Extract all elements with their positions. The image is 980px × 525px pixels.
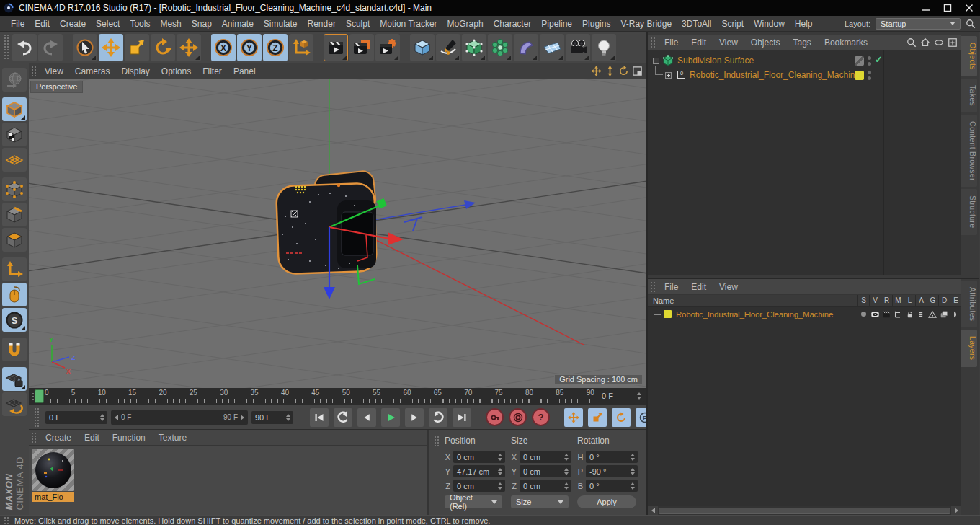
material-menu-function[interactable]: Function	[106, 433, 152, 443]
menu-v-ray-bridge[interactable]: V-Ray Bridge	[615, 19, 677, 29]
rotation-b-field[interactable]: B0 °	[577, 480, 643, 492]
menu-animate[interactable]: Animate	[217, 19, 259, 29]
deformer-button[interactable]	[514, 34, 538, 61]
points-mode-button[interactable]	[2, 177, 27, 201]
key-position-toggle[interactable]	[564, 408, 583, 427]
layer-manager-handle[interactable]	[650, 281, 656, 292]
scale-tool-button[interactable]	[125, 34, 149, 61]
viewport-menu-options[interactable]: Options	[156, 66, 197, 76]
menu-tools[interactable]: Tools	[125, 19, 155, 29]
current-frame-field[interactable]: 0 F	[598, 389, 644, 402]
timeline-playhead[interactable]	[35, 389, 44, 403]
viewport-menu-view[interactable]: View	[39, 66, 69, 76]
table-row-robotic-machine[interactable]: Robotic_Industrial_Floor_Cleaning_Machin…	[648, 307, 961, 321]
workplane-mode-button[interactable]	[2, 148, 27, 172]
coords-handle[interactable]	[434, 436, 440, 446]
material-item[interactable]: mat_Flo	[32, 449, 74, 502]
menu-select[interactable]: Select	[91, 19, 125, 29]
add-panel-icon[interactable]	[948, 38, 958, 48]
expressions-toggle[interactable]	[950, 310, 961, 319]
close-button[interactable]	[958, 0, 980, 16]
tab-content-browser[interactable]: Content Browser	[961, 115, 977, 188]
column-header-d[interactable]: D	[938, 295, 950, 306]
menu-mesh[interactable]: Mesh	[155, 19, 186, 29]
rotation-p-field[interactable]: P-90 °	[577, 465, 643, 477]
keyframe-selection-button[interactable]: ?	[532, 408, 550, 426]
animbar-handle[interactable]	[34, 407, 40, 427]
menu-snap[interactable]: Snap	[187, 19, 217, 29]
render-visibility-toggle[interactable]	[855, 56, 864, 66]
search-icon[interactable]	[966, 19, 976, 29]
menu-3dtoall[interactable]: 3DToAll	[677, 19, 716, 29]
object-tree[interactable]: Subdivision Surface ✓ 0 Robotic_Industri…	[648, 50, 961, 275]
status-handle[interactable]	[4, 516, 9, 524]
goto-start-button[interactable]	[310, 408, 329, 427]
maximize-button[interactable]	[937, 0, 958, 16]
coordinate-mode-dropdown[interactable]: Object (Rel)	[445, 495, 502, 508]
eye-icon[interactable]	[934, 38, 944, 48]
texture-mode-button[interactable]	[2, 123, 27, 146]
play-button[interactable]	[381, 408, 400, 427]
make-editable-button[interactable]	[2, 68, 27, 92]
viewport-menu-handle[interactable]	[31, 66, 37, 76]
material-menu-handle[interactable]	[31, 432, 37, 443]
rotate-view-icon[interactable]	[618, 66, 629, 76]
camera-button[interactable]	[566, 34, 590, 61]
visibility-dots[interactable]	[868, 71, 871, 80]
y-axis-lock-button[interactable]: Y	[237, 34, 262, 61]
record-keyframe-button[interactable]	[486, 408, 504, 426]
animation-toggle[interactable]	[915, 310, 927, 319]
generators-toggle[interactable]	[927, 310, 938, 319]
search-icon[interactable]	[906, 38, 917, 48]
layer-color-chip[interactable]	[664, 310, 672, 318]
zoom-view-icon[interactable]	[605, 66, 615, 76]
mograph-cloner-button[interactable]	[488, 34, 512, 61]
scrollbar-thumb[interactable]	[659, 508, 950, 514]
material-menu-texture[interactable]: Texture	[152, 433, 193, 443]
model-mode-button[interactable]	[2, 97, 27, 121]
anim-end-field[interactable]: 90 F	[251, 411, 293, 424]
tab-objects[interactable]: Objects	[961, 36, 977, 76]
next-frame-button[interactable]	[405, 408, 424, 427]
rotate-tool-button[interactable]	[151, 34, 175, 61]
menu-motion-tracker[interactable]: Motion Tracker	[375, 19, 442, 29]
viewport-menu-display[interactable]: Display	[115, 66, 155, 76]
material-name[interactable]: mat_Flo	[32, 492, 74, 502]
tab-takes[interactable]: Takes	[961, 79, 977, 112]
z-axis-lock-button[interactable]: Z	[263, 34, 288, 61]
frame-range-slider[interactable]: 0 F 90 F	[111, 410, 248, 425]
toolbar-drag-handle[interactable]	[4, 34, 9, 61]
menu-file[interactable]: File	[6, 19, 30, 29]
viewport-menu-filter[interactable]: Filter	[197, 66, 228, 76]
minimize-button[interactable]	[915, 0, 937, 16]
redo-button[interactable]	[38, 34, 63, 61]
range-left-arrow-icon[interactable]	[115, 415, 118, 420]
menu-create[interactable]: Create	[55, 19, 91, 29]
tab-structure[interactable]: Structure	[961, 189, 977, 234]
material-list[interactable]: mat_Flo	[29, 446, 427, 515]
om-menu-view[interactable]: View	[713, 38, 744, 48]
menu-help[interactable]: Help	[790, 19, 818, 29]
tab-attributes[interactable]: Attributes	[961, 281, 977, 327]
layer-color-chip[interactable]	[855, 71, 864, 80]
layer-table-body[interactable]: Robotic_Industrial_Floor_Cleaning_Machin…	[648, 307, 961, 506]
render-toggle[interactable]	[881, 310, 892, 319]
menu-sculpt[interactable]: Sculpt	[341, 19, 375, 29]
undo-button[interactable]	[12, 34, 37, 61]
tab-layers[interactable]: Layers	[961, 330, 977, 366]
x-axis-lock-button[interactable]: X	[211, 34, 236, 61]
axis-mode-button[interactable]	[2, 257, 27, 281]
tweak-mode-button[interactable]	[2, 283, 27, 306]
menu-render[interactable]: Render	[303, 19, 341, 29]
timeline-ruler[interactable]: 051015202530354045505560657075808590 0 F	[29, 388, 646, 405]
lock-toggle[interactable]	[904, 310, 915, 319]
pan-view-icon[interactable]	[591, 66, 602, 76]
anim-start-stepper[interactable]	[99, 414, 107, 421]
viewport-menu-cameras[interactable]: Cameras	[69, 66, 116, 76]
object-name[interactable]: Subdivision Surface	[674, 56, 754, 66]
render-settings-button[interactable]	[375, 34, 400, 61]
size-x-field[interactable]: X0 cm	[511, 451, 577, 463]
previous-frame-button[interactable]	[357, 408, 376, 427]
om-menu-objects[interactable]: Objects	[744, 38, 787, 48]
om-menu-tags[interactable]: Tags	[787, 38, 818, 48]
